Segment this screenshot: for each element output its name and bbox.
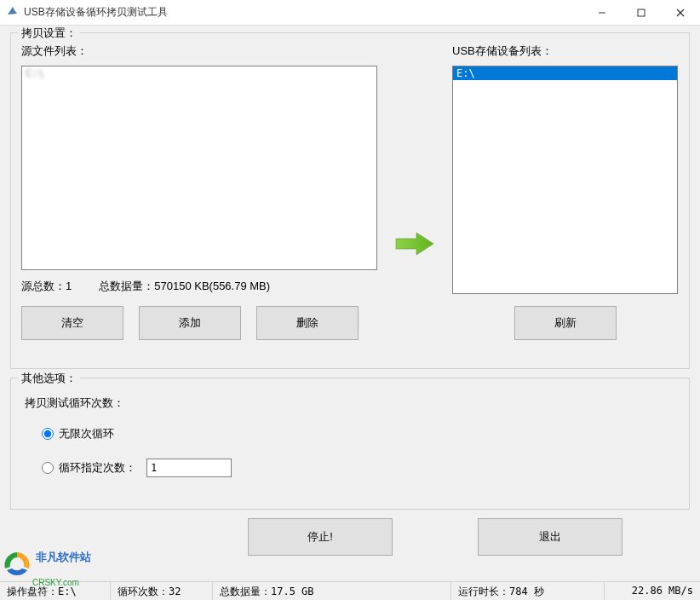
window-title: USB存储设备循环拷贝测试工具 xyxy=(24,5,168,20)
usb-list-label: USB存储设备列表： xyxy=(452,43,679,59)
clear-button[interactable]: 清空 xyxy=(21,306,123,340)
status-speed: 22.86 MB/s xyxy=(625,582,700,600)
window-controls xyxy=(582,0,700,25)
loop-count-label: 拷贝测试循环次数： xyxy=(25,395,675,411)
copy-settings-title: 拷贝设置： xyxy=(18,26,80,41)
arrow-icon xyxy=(394,43,435,358)
radio-unlimited-label: 无限次循环 xyxy=(59,426,114,441)
radio-specified-label: 循环指定次数： xyxy=(59,460,136,476)
loop-count-input[interactable] xyxy=(146,459,232,477)
usb-device-listbox[interactable]: E:\ xyxy=(452,66,678,294)
source-size: 总数据量：570150 KB(556.79 MB) xyxy=(99,279,270,294)
action-row: 停止! 退出 xyxy=(10,518,690,556)
status-disk: 操作盘符：E:\ xyxy=(0,582,111,600)
app-body: 拷贝设置： 源文件列表： C:\ 源总数：1 总数据量：570150 KB(55… xyxy=(0,26,700,600)
radio-unlimited[interactable]: 无限次循环 xyxy=(42,426,675,441)
source-file-listbox[interactable]: C:\ xyxy=(21,66,377,270)
copy-settings-group: 拷贝设置： 源文件列表： C:\ 源总数：1 总数据量：570150 KB(55… xyxy=(10,32,690,369)
radio-specified-input[interactable] xyxy=(42,462,54,474)
add-button[interactable]: 添加 xyxy=(139,306,241,340)
list-item[interactable]: E:\ xyxy=(453,66,677,80)
refresh-button[interactable]: 刷新 xyxy=(514,306,617,340)
delete-button[interactable]: 删除 xyxy=(256,306,359,340)
titlebar: USB存储设备循环拷贝测试工具 xyxy=(0,0,700,26)
source-stats: 源总数：1 总数据量：570150 KB(556.79 MB) xyxy=(21,279,377,294)
status-total-data: 总数据量：17.5 GB xyxy=(213,582,451,600)
other-options-group: 其他选项： 拷贝测试循环次数： 无限次循环 循环指定次数： xyxy=(10,378,690,510)
source-count: 源总数：1 xyxy=(21,279,72,294)
usb-column: USB存储设备列表： E:\ 刷新 xyxy=(452,43,679,358)
exit-button[interactable]: 退出 xyxy=(478,518,623,556)
radio-unlimited-input[interactable] xyxy=(42,428,54,440)
maximize-button[interactable] xyxy=(622,0,661,25)
app-icon xyxy=(7,5,19,20)
list-item[interactable]: C:\ xyxy=(22,66,376,80)
statusbar: 操作盘符：E:\ 循环次数：32 总数据量：17.5 GB 运行时长：784 秒… xyxy=(0,581,700,600)
minimize-button[interactable] xyxy=(582,0,622,25)
svg-rect-1 xyxy=(638,9,645,16)
titlebar-left: USB存储设备循环拷贝测试工具 xyxy=(0,5,168,20)
status-runtime: 运行时长：784 秒 xyxy=(451,582,605,600)
status-loop-count: 循环次数：32 xyxy=(111,582,213,600)
other-options-title: 其他选项： xyxy=(18,371,80,386)
close-button[interactable] xyxy=(661,0,700,25)
stop-button[interactable]: 停止! xyxy=(248,518,393,556)
radio-specified[interactable]: 循环指定次数： xyxy=(42,459,675,477)
source-list-label: 源文件列表： xyxy=(21,43,377,59)
source-column: 源文件列表： C:\ 源总数：1 总数据量：570150 KB(556.79 M… xyxy=(21,43,377,358)
